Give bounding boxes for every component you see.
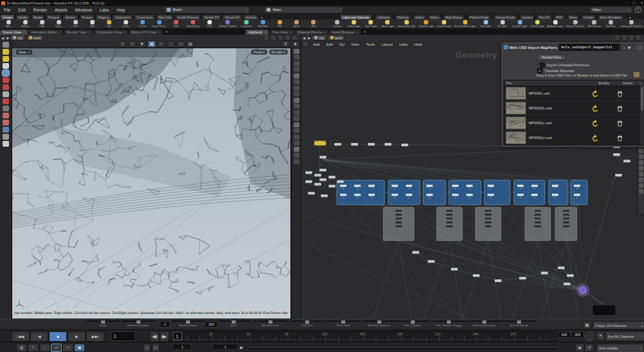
close-tab-icon[interactable]: × [59,30,61,34]
network-tool-icon-5[interactable] [639,178,643,182]
checkbox-unchecked-icon[interactable] [540,62,545,68]
slider-field-b[interactable]: 300 [205,321,218,328]
shelf-tool-volume-light[interactable]: Volume Light [417,19,435,28]
pane-tab-material-palette[interactable]: Material Palette× [295,30,328,35]
new-pane-tab-button[interactable]: + [165,30,167,35]
display-option-icon-0[interactable] [294,49,299,54]
shelf-tab-guide-process[interactable]: Guide Process [175,14,201,19]
shelf-tool-line[interactable]: Line [100,19,117,28]
person-icon[interactable]: ♟ [291,41,299,48]
display-option-icon-1[interactable] [294,55,299,60]
display-option-icon-13[interactable] [294,128,299,133]
close-tab-icon[interactable]: × [290,30,292,34]
jump-start-button[interactable]: |◀◀ [12,331,30,342]
shelf-tool-torus[interactable]: Torus [50,19,67,28]
main-takes-selector[interactable]: Main↕ [590,6,632,14]
display-option-icon-17[interactable] [294,153,299,158]
anim-slider-smooth-rough[interactable]: Smooth Rough [502,320,536,327]
close-tab-icon[interactable]: × [124,30,126,34]
file-row[interactable]: MP9301.usd [504,86,644,101]
pane-tab-asset-browser[interactable]: Asset Browser× [329,30,361,35]
shelf-tool-curve[interactable]: Curve [134,19,151,28]
shelf-tool-metaball[interactable]: Metaball [255,19,272,28]
playback-options-dial[interactable] [585,331,595,342]
shelf-tool-spray-paint[interactable]: Spray Paint [184,19,201,28]
import-unloaded-checkbox-row[interactable]: Import Unloaded Primitives [540,62,589,68]
prev-key-button[interactable]: ◀▮ [150,331,159,342]
shelf-tab-drive-simulation[interactable]: Drive Simulation [598,15,624,19]
translate-icon[interactable] [3,77,9,83]
cook-mode-icon[interactable]: ◉ [575,344,584,352]
crescent-icon[interactable] [3,141,9,147]
key-icon[interactable]: ♦ [596,331,605,340]
close-tab-icon[interactable]: × [89,30,91,34]
anim-slider-blend-to-ease[interactable]: Blend to Ease [254,320,287,327]
display-icon[interactable] [3,56,9,62]
box-select-icon[interactable] [3,70,9,76]
detail-icon[interactable] [3,106,9,111]
lock-icon[interactable]: ▥ [16,344,27,352]
shelf-tab-hair-utils[interactable]: Hair Utils [156,14,174,19]
checkbox-checked-icon[interactable]: ✓ [537,68,542,73]
shelf-tool-grid[interactable]: Grid [67,19,84,28]
show-icon[interactable] [3,49,9,55]
maximize-button[interactable]: □ [633,1,636,5]
next-key-button[interactable]: ▮▶ [160,331,169,342]
keys-info-dropdown[interactable]: 0 keys, 0/0 channels▴ [592,321,644,329]
network-tool-icon-7[interactable] [639,189,643,194]
enable-power-icon[interactable] [592,105,616,112]
current-frame-field[interactable]: 1 [111,331,136,341]
auto-update-selector[interactable]: Auto Update↕ [596,344,644,352]
network-menu-add[interactable]: Add [310,42,323,46]
display-option-icon-4[interactable] [294,73,299,79]
home-icon[interactable]: ⌂ [39,344,50,352]
shelf-tab-rigid-bodies[interactable]: Rigid Bodies [443,15,464,19]
shelf-tab-terrain-fx[interactable]: Terrain FX [202,14,222,19]
help-icon[interactable]: ? [638,45,643,50]
shelf-tool-switcher[interactable]: Switcher [602,19,619,28]
display-option-icon-5[interactable] [294,79,299,84]
shelf-tool-area-light[interactable]: Area Light [379,19,396,28]
display-option-icon-18[interactable] [294,159,299,164]
shelf-tab-lights-and-cameras[interactable]: Lights and Cameras [340,15,372,19]
range-end-field[interactable]: 300 [571,331,584,338]
network-tool-icon-6[interactable] [639,183,643,188]
shelf-tab-constraints[interactable]: Constraints [134,14,155,19]
anim-slider-pull-push[interactable]: Pull Push [290,320,324,327]
back-icon[interactable]: ◀ [303,36,305,40]
shelf-tool-file[interactable]: File [272,19,289,28]
anim-slider-noise-view[interactable]: Noise View [327,320,360,327]
file-list-scrollbar[interactable] [640,86,644,145]
shelf-tool-vr-camera[interactable]: VR Camera [585,19,602,28]
grid-snap-icon[interactable]: ▪ [157,41,166,48]
network-menu-go[interactable]: Go [336,42,348,46]
shelf-tool-sphere[interactable]: Sphere [17,19,33,28]
pathbar-icon-3[interactable] [285,35,290,41]
presets-icon[interactable]: ↕ [621,45,627,50]
shelf-tool-null[interactable]: Null [84,19,100,28]
network-menu-tools[interactable]: Tools [363,42,378,46]
slider-field-a[interactable]: 1 [160,321,170,328]
shelf-tool-spiral[interactable]: Spiral [289,19,305,28]
display-option-icon-2[interactable] [294,61,299,66]
shelf-tab-pdg[interactable]: PDG [554,15,565,19]
breadcrumb-work[interactable]: work [26,35,44,41]
pane-tab-scene-view[interactable]: Scene View× [0,30,28,35]
shelf-tool-tube[interactable]: Tube [33,19,50,28]
pane-tab-render-view[interactable]: Render View× [64,30,93,35]
shelf-tool-hair[interactable]: Hair [305,19,322,28]
anim-slider-blend-to-neighbor[interactable]: Blend to Neighbor [122,320,155,327]
shelf-tab-particle-fluids[interactable]: Particle Fluids [468,15,491,19]
shelf-tab-crowds[interactable]: Crowds [581,15,596,19]
scale-icon[interactable] [3,91,9,97]
recook-icon[interactable]: ↺ [585,344,594,352]
jump-end-button[interactable]: ▶▶| [86,331,104,342]
shelf-tool-path[interactable]: Path [167,19,184,28]
shelf-tool-ambient-light[interactable]: Ambient Light [545,19,565,28]
status-field-2[interactable]: 1 [213,344,238,350]
view-mode-pill[interactable]: View▾ [16,50,32,55]
step-fwd-icon[interactable]: ▶ [152,344,160,352]
forward-icon[interactable]: ▶ [308,36,310,40]
shelf-tab-volume[interactable]: Volume [243,14,259,19]
sculpt-icon[interactable] [3,120,9,125]
